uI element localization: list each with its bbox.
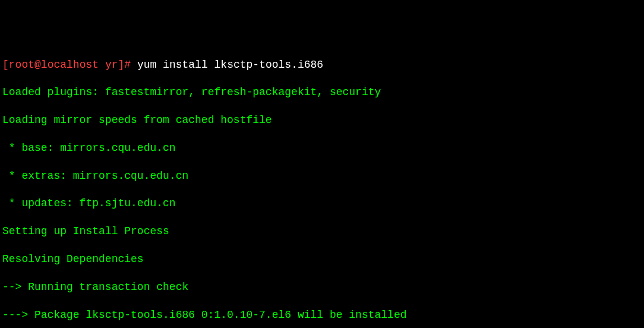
output-line: * extras: mirrors.cqu.edu.cn (2, 169, 642, 183)
output-line: Loaded plugins: fastestmirror, refresh-p… (2, 86, 642, 99)
output-line: Loading mirror speeds from cached hostfi… (2, 113, 642, 127)
output-line: ---> Package lksctp-tools.i686 0:1.0.10-… (2, 308, 642, 322)
prompt-at: @ (34, 59, 41, 71)
output-line: Resolving Dependencies (2, 253, 642, 266)
prompt-hash: # (124, 59, 137, 71)
terminal-line-prompt[interactable]: [root@localhost yr]# yum install lksctp-… (2, 58, 642, 72)
output-line: * base: mirrors.cqu.edu.cn (2, 141, 642, 155)
prompt-path: yr (105, 59, 118, 71)
output-line: * updates: ftp.sjtu.edu.cn (2, 197, 642, 210)
prompt-user: root (9, 59, 34, 71)
prompt-space (99, 59, 105, 71)
prompt-open-bracket: [ (2, 59, 9, 71)
prompt-close-bracket: ] (118, 59, 124, 71)
command-text: yum install lksctp-tools.i686 (137, 59, 323, 71)
output-line: Setting up Install Process (2, 225, 642, 238)
output-line: --> Running transaction check (2, 280, 642, 294)
prompt-host: localhost (41, 59, 99, 71)
